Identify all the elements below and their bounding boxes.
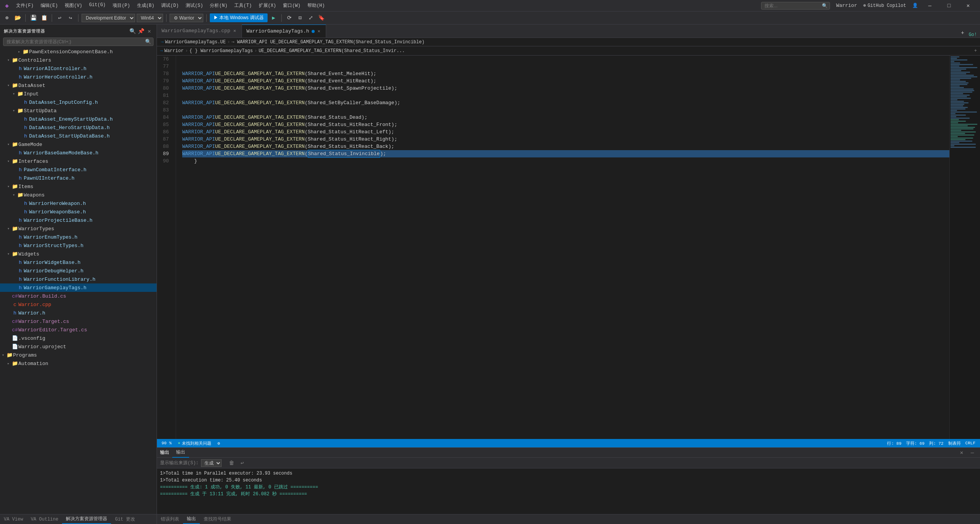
minimize-button[interactable]: — xyxy=(921,0,939,11)
undo-btn[interactable]: ↩ xyxy=(55,13,64,23)
tree-item-15[interactable]: hPawnUIInterface.h xyxy=(0,174,157,182)
nav-function[interactable]: UE_DECLARE_GAMEPLAY_TAG_EXTERN(Shared_St… xyxy=(259,48,405,54)
run-button[interactable]: ▶ 本地 Windows 调试器 xyxy=(210,13,268,22)
menu-test[interactable]: 测试(S) xyxy=(183,2,206,10)
sidebar-search-input[interactable] xyxy=(3,38,154,46)
tab-h-close[interactable]: ✕ xyxy=(317,28,321,34)
menu-tools[interactable]: 工具(T) xyxy=(231,2,255,10)
tab-find-symbol[interactable]: 查找符号结果 xyxy=(200,514,235,524)
menu-git[interactable]: Git(G) xyxy=(86,2,109,10)
platform-dropdown[interactable]: Win64 xyxy=(137,14,163,22)
output-wrap-btn[interactable]: ↩ xyxy=(238,458,247,468)
char-position[interactable]: 字符: 69 xyxy=(905,440,926,446)
sidebar-close-btn[interactable]: ✕ xyxy=(146,28,153,34)
tree-item-31[interactable]: hWarrior.h xyxy=(0,309,157,317)
tree-item-30[interactable]: cWarrior.cpp xyxy=(0,300,157,309)
tab-va-view[interactable]: VA View xyxy=(0,514,27,524)
tree-item-13[interactable]: ▾📁Interfaces xyxy=(0,157,157,165)
menu-project[interactable]: 项目(P) xyxy=(109,2,133,10)
menu-view[interactable]: 视图(V) xyxy=(62,2,85,10)
tree-item-36[interactable]: ▾📁Programs xyxy=(0,351,157,359)
output-collapse-btn[interactable]: — xyxy=(968,448,977,457)
open-btn[interactable]: 📂 xyxy=(13,13,22,23)
tree-item-27[interactable]: hWarriorFunctionLibrary.h xyxy=(0,275,157,283)
output-source-select[interactable]: 生成 xyxy=(201,459,222,467)
tree-item-35[interactable]: 📄Warrior.uproject xyxy=(0,342,157,351)
new-btn[interactable]: ⊕ xyxy=(2,13,11,23)
tree-item-11[interactable]: ▾📁GameMode xyxy=(0,140,157,149)
toolbar-misc-3[interactable]: ⤢ xyxy=(306,13,315,23)
new-tab-btn[interactable]: + xyxy=(958,28,967,38)
zoom-level[interactable]: 90 % xyxy=(160,441,173,445)
title-search-input[interactable] xyxy=(761,2,830,10)
output-close-btn[interactable]: ✕ xyxy=(957,448,966,457)
tree-item-32[interactable]: c#Warrior.Target.cs xyxy=(0,317,157,326)
redo-btn[interactable]: ↪ xyxy=(66,13,75,23)
sidebar-pin-btn[interactable]: 📌 xyxy=(137,28,144,34)
tab-cpp-close[interactable]: ✕ xyxy=(232,28,237,34)
save-all-btn[interactable]: 📋 xyxy=(39,13,49,23)
tree-item-37[interactable]: ▸📁Automation xyxy=(0,359,157,368)
tree-item-23[interactable]: hWarriorStructTypes.h xyxy=(0,241,157,250)
sidebar-search-btn[interactable]: 🔍 xyxy=(129,28,136,34)
toolbar-misc-2[interactable]: ⊡ xyxy=(296,13,305,23)
toolbar-misc-4[interactable]: 🔖 xyxy=(317,13,326,23)
nav-scope[interactable]: { } WarriorGameplayTags xyxy=(189,48,253,54)
tree-item-22[interactable]: hWarriorEnumTypes.h xyxy=(0,233,157,241)
menu-help[interactable]: 帮助(H) xyxy=(304,2,328,10)
tree-item-10[interactable]: hDataAsset_StartUpDataBase.h xyxy=(0,132,157,140)
tree-item-5[interactable]: ▾📁Input xyxy=(0,90,157,98)
tree-item-9[interactable]: hDataAsset_HeroStartUpData.h xyxy=(0,123,157,132)
tab-gameplay-tags-cpp[interactable]: WarriorGameplayTags.cpp ✕ xyxy=(157,25,242,38)
maximize-button[interactable]: □ xyxy=(940,0,958,11)
save-btn[interactable]: 💾 xyxy=(29,13,38,23)
error-indicator[interactable]: ● 未找到相关问题 xyxy=(176,440,213,446)
tree-item-18[interactable]: hWarriorHeroWeapon.h xyxy=(0,199,157,208)
tree-item-20[interactable]: hWarriorProjectileBase.h xyxy=(0,216,157,224)
format-btn[interactable]: ⚙ xyxy=(216,441,222,446)
menu-edit[interactable]: 编辑(E) xyxy=(38,2,61,10)
tab-gameplay-tags-h[interactable]: WarriorGameplayTags.h ✕ xyxy=(242,25,326,38)
tree-item-1[interactable]: ▾📁Controllers xyxy=(0,56,157,64)
menu-file[interactable]: 文件(F) xyxy=(13,2,37,10)
tree-item-21[interactable]: ▾📁WarriorTypes xyxy=(0,224,157,233)
breadcrumb-symbol[interactable]: → WARRIOR_API UE_DECLARE_GAMEPLAY_TAG_EX… xyxy=(232,39,425,45)
tree-item-14[interactable]: hPawnCombatInterface.h xyxy=(0,165,157,174)
menu-extensions[interactable]: 扩展(X) xyxy=(256,2,279,10)
tree-item-8[interactable]: hDataAsset_EnemyStartUpData.h xyxy=(0,115,157,123)
tree-item-12[interactable]: hWarriorBaseGameModeBase.h xyxy=(0,149,157,157)
encoding[interactable]: 制表符 xyxy=(947,440,962,446)
tree-item-7[interactable]: ▾📁StartUpData xyxy=(0,106,157,115)
tree-item-28[interactable]: hWarriorGameplayTags.h xyxy=(0,283,157,292)
line-ending[interactable]: CRLF xyxy=(964,440,977,446)
tab-git-changes[interactable]: Git 更改 xyxy=(111,514,139,524)
menu-window[interactable]: 窗口(W) xyxy=(280,2,304,10)
nav-expand-btn[interactable]: + xyxy=(974,48,977,54)
panel-tab-output[interactable]: 输出 xyxy=(172,448,189,458)
tree-item-16[interactable]: ▾📁Items xyxy=(0,182,157,191)
tab-solution-explorer[interactable]: 解决方案资源管理器 xyxy=(62,514,111,524)
tab-output[interactable]: 输出 xyxy=(183,514,200,524)
tree-item-17[interactable]: ▾📁Weapons xyxy=(0,191,157,199)
tree-item-4[interactable]: ▾📁DataAsset xyxy=(0,81,157,90)
tree-item-33[interactable]: c#WarriorEditor.Target.cs xyxy=(0,326,157,334)
output-clear-btn[interactable]: 🗑 xyxy=(227,458,236,468)
menu-debug[interactable]: 调试(D) xyxy=(158,2,182,10)
breadcrumb-project[interactable]: WarriorGameplayTags.UE xyxy=(165,39,225,45)
nav-project[interactable]: Warrior xyxy=(164,48,183,54)
config-dropdown[interactable]: Development Editor xyxy=(82,14,135,22)
tree-item-26[interactable]: hWarriorDebugHelper.h xyxy=(0,267,157,275)
menu-build[interactable]: 生成(B) xyxy=(134,2,158,10)
tab-va-outline[interactable]: VA Outline xyxy=(27,514,62,524)
run-icon-btn[interactable]: ▶ xyxy=(269,13,278,23)
line-position[interactable]: 行: 89 xyxy=(885,440,903,446)
tree-item-3[interactable]: hWarriorHeroController.h xyxy=(0,73,157,81)
code-content[interactable]: WARRIOR_API UE_DECLARE_GAMEPLAY_TAG_EXTE… xyxy=(176,56,949,439)
tree-item-0[interactable]: ▸📁PawnExtensionComponentBase.h xyxy=(0,47,157,56)
tree-item-34[interactable]: 📄.vsconfig xyxy=(0,334,157,342)
tree-item-2[interactable]: hWarriorAIController.h xyxy=(0,64,157,73)
tree-item-29[interactable]: c#Warrior.Build.cs xyxy=(0,292,157,300)
tree-item-24[interactable]: ▾📁Widgets xyxy=(0,250,157,258)
go-btn[interactable]: Go! xyxy=(969,32,977,38)
tree-item-19[interactable]: hWarriorWeaponBase.h xyxy=(0,208,157,216)
